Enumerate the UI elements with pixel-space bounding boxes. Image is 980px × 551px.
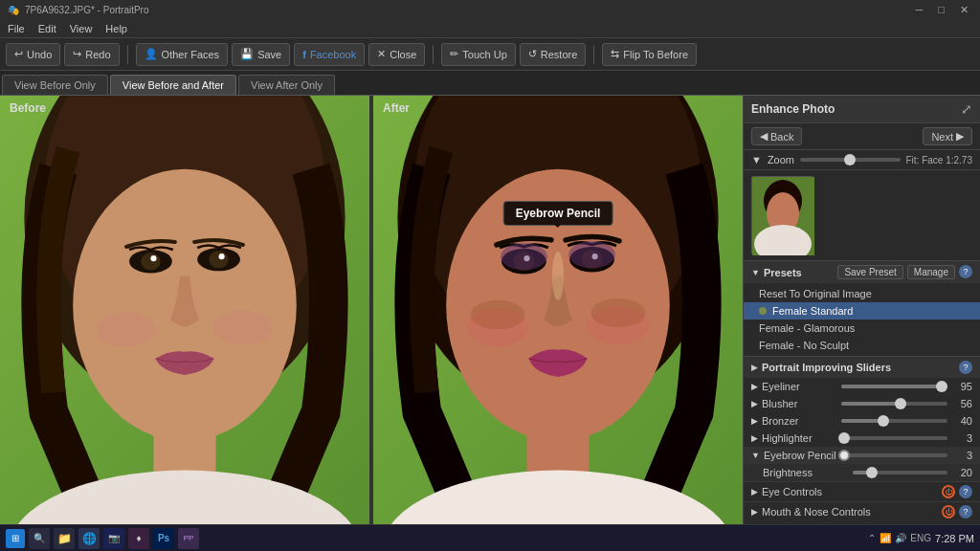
presets-actions: Save Preset Manage ? <box>837 265 972 279</box>
eye-controls-help-icon[interactable]: ? <box>959 485 972 498</box>
taskbar-app-3[interactable]: 🌐 <box>78 528 100 549</box>
taskbar-app-4[interactable]: 📷 <box>103 528 124 549</box>
menu-help[interactable]: Help <box>105 23 127 34</box>
taskbar-app-pp[interactable]: PP <box>178 528 199 549</box>
preset-item-reset[interactable]: Reset To Original Image <box>744 285 980 302</box>
blusher-value: 56 <box>951 398 972 409</box>
highlighter-value: 3 <box>951 432 972 444</box>
zoom-label: Zoom <box>768 154 794 165</box>
preset-item-no-sculpt[interactable]: Female - No Sculpt <box>744 337 980 354</box>
mouth-nose-help-icon[interactable]: ? <box>959 505 972 518</box>
restore-button[interactable]: ↺ Restore <box>520 43 587 66</box>
redo-button[interactable]: ↪ Redo <box>64 43 119 66</box>
eyebrow-pencil-expand-icon: ▼ <box>751 451 760 460</box>
tab-before-only[interactable]: View Before Only <box>2 75 108 95</box>
minimize-button[interactable]: ─ <box>912 4 927 16</box>
next-button[interactable]: Next ▶ <box>923 127 972 145</box>
mouth-nose-controls-row: ▶ Mouth & Nose Controls ⏻ ? <box>744 501 980 521</box>
save-icon: 💾 <box>240 48 254 60</box>
start-icon: ⊞ <box>11 533 19 543</box>
preset-item-female-standard[interactable]: Female Standard <box>744 302 980 320</box>
facebook-button[interactable]: f Facebook <box>294 43 365 66</box>
tab-before-after[interactable]: View Before and After <box>110 75 236 95</box>
bronzer-slider[interactable] <box>841 419 947 423</box>
brightness-thumb <box>866 467 878 478</box>
restore-icon: ↺ <box>528 48 537 60</box>
start-button[interactable]: ⊞ <box>6 529 25 548</box>
eye-controls-row: ▶ Eye Controls ⏻ ? <box>744 481 980 501</box>
blusher-slider-row: ▶ Blusher 56 <box>744 395 980 412</box>
enhance-close-icon[interactable]: ⤢ <box>961 101 972 117</box>
preset-label: Female Standard <box>772 305 853 317</box>
sliders-title: Portrait Improving Sliders <box>762 362 959 373</box>
manage-button[interactable]: Manage <box>907 265 955 279</box>
after-face-overlay <box>373 96 743 524</box>
volume-icon: 🔊 <box>895 533 906 543</box>
undo-icon: ↩ <box>14 48 23 60</box>
save-button[interactable]: 💾 Save <box>232 43 290 66</box>
bronzer-expand-icon: ▶ <box>751 416 758 426</box>
thumbnail-image <box>751 176 813 254</box>
eyeliner-slider[interactable] <box>841 385 947 388</box>
eyebrow-pencil-value: 3 <box>951 450 972 461</box>
presets-header[interactable]: ▼ Presets Save Preset Manage ? <box>744 261 980 283</box>
preset-item-glamorous[interactable]: Female - Glamorous <box>744 320 980 337</box>
eyebrow-pencil-label: Eyebrow Pencil <box>764 450 836 461</box>
main-layout: Before <box>0 96 980 524</box>
highlighter-slider[interactable] <box>841 436 947 440</box>
save-preset-button[interactable]: Save Preset <box>837 265 902 279</box>
eyebrow-pencil-tooltip: Eyebrow Pencil <box>503 201 613 226</box>
eye-controls-power-icon[interactable]: ⏻ <box>942 485 955 498</box>
menu-file[interactable]: File <box>8 23 25 34</box>
back-button[interactable]: ◀ Back <box>751 127 802 145</box>
window-close-button[interactable]: ✕ <box>956 4 972 16</box>
svg-point-27 <box>471 300 525 329</box>
presets-title: Presets <box>764 267 837 278</box>
highlighter-slider-row: ▶ Highlighter 3 <box>744 430 980 447</box>
svg-point-23 <box>568 241 615 268</box>
eyebrow-pencil-slider[interactable] <box>841 453 947 457</box>
sliders-header[interactable]: ▶ Portrait Improving Sliders ? <box>744 357 980 378</box>
bronzer-thumb <box>878 415 889 427</box>
blusher-slider[interactable] <box>841 402 947 406</box>
menu-view[interactable]: View <box>70 23 93 34</box>
touch-up-button[interactable]: ✏ Touch Up <box>441 43 515 66</box>
bronzer-value: 40 <box>951 415 972 427</box>
tab-after-only[interactable]: View After Only <box>238 75 335 95</box>
undo-button[interactable]: ↩ Undo <box>6 43 60 66</box>
mouth-nose-power-icon[interactable]: ⏻ <box>942 505 955 518</box>
eye-controls-label[interactable]: Eye Controls <box>762 486 822 497</box>
taskbar-app-1[interactable]: 🔍 <box>29 528 50 549</box>
tray-icons: ⌃ <box>868 533 876 543</box>
menu-edit[interactable]: Edit <box>38 23 56 34</box>
svg-point-28 <box>591 298 646 327</box>
next-arrow-icon: ▶ <box>956 130 964 143</box>
taskbar-app-ps[interactable]: Ps <box>153 528 174 549</box>
brightness-label: Brightness <box>763 467 813 478</box>
preset-selected-icon <box>759 307 767 315</box>
close-icon: ✕ <box>377 48 386 60</box>
preset-label: Female - No Sculpt <box>759 340 849 351</box>
flip-button[interactable]: ⇆ Flip To Before <box>602 43 697 66</box>
brightness-slider[interactable] <box>853 471 947 474</box>
other-faces-button[interactable]: 👤 Other Faces <box>136 43 229 66</box>
taskbar-app-5[interactable]: ♦ <box>128 528 149 549</box>
before-label: Before <box>10 101 46 115</box>
presets-help-icon[interactable]: ? <box>959 265 972 278</box>
blusher-fill <box>841 402 901 406</box>
svg-point-22 <box>501 243 547 270</box>
after-panel[interactable]: After Eyebrow Pencil <box>373 96 743 524</box>
close-button[interactable]: ✕ Close <box>368 43 425 66</box>
flip-icon: ⇆ <box>611 48 619 60</box>
brightness-value: 20 <box>951 467 972 478</box>
maximize-button[interactable]: □ <box>934 4 948 16</box>
taskbar-app-2[interactable]: 📁 <box>54 528 75 549</box>
image-area: Before <box>0 96 743 524</box>
mouth-nose-label[interactable]: Mouth & Nose Controls <box>762 506 871 518</box>
zoom-thumb <box>844 154 856 165</box>
zoom-slider[interactable] <box>800 158 900 162</box>
eyeliner-slider-row: ▶ Eyeliner 95 <box>744 378 980 395</box>
svg-point-8 <box>219 253 225 259</box>
blusher-label: Blusher <box>762 398 797 409</box>
sliders-help-icon[interactable]: ? <box>959 361 972 374</box>
